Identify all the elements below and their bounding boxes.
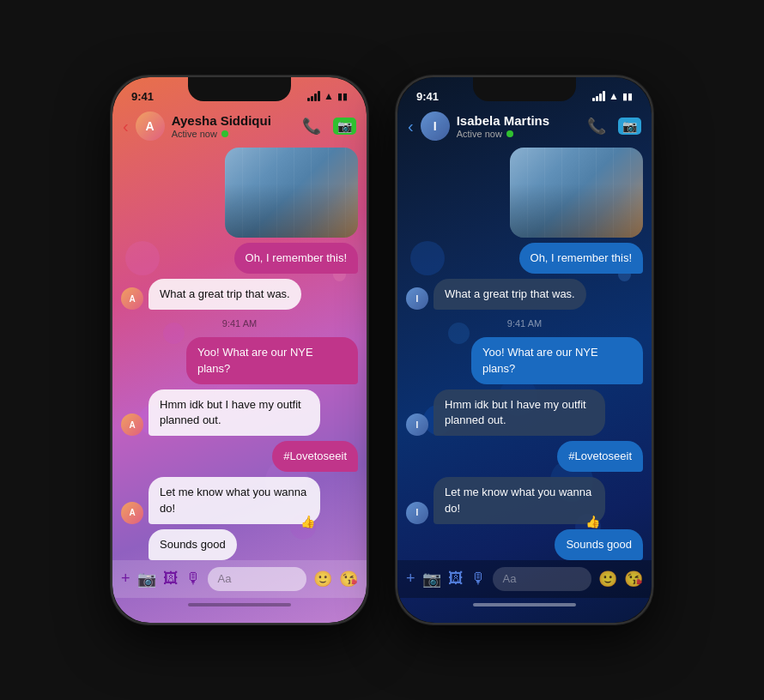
msg-avatar-light-4: A bbox=[121, 413, 143, 436]
input-bar-light: + 📷 🖼 🎙 Aa 🙂 😘 bbox=[112, 560, 367, 598]
plus-icon-dark[interactable]: + bbox=[406, 570, 415, 588]
msg-avatar-dark-4: I bbox=[406, 413, 428, 436]
chat-area-light: Oh, I remember this! A What a great trip… bbox=[112, 148, 367, 560]
contact-name-light: Ayesha Siddiqui bbox=[172, 113, 295, 129]
bubble-light-6: Let me know what you wanna do! 👍 bbox=[149, 477, 320, 523]
msg-avatar-dark-1: I bbox=[406, 287, 428, 310]
msg-row-light-6: A Let me know what you wanna do! 👍 bbox=[121, 477, 358, 523]
sticker-icon-light[interactable]: 😘 bbox=[339, 570, 358, 588]
battery-icon-light: ▮▮ bbox=[337, 91, 348, 102]
image-icon-dark[interactable]: 🖼 bbox=[448, 570, 464, 588]
msg-row-dark-6: I Let me know what you wanna do! 👍 bbox=[406, 477, 643, 523]
camera-icon-dark[interactable]: 📷 bbox=[422, 570, 441, 588]
image-icon-light[interactable]: 🖼 bbox=[163, 570, 179, 588]
photo-bubble-light[interactable] bbox=[225, 148, 358, 238]
back-button-dark[interactable]: ‹ bbox=[408, 118, 414, 135]
signal-icon-dark bbox=[592, 91, 605, 101]
header-avatar-light: A bbox=[136, 112, 165, 141]
emoji-icon-light[interactable]: 🙂 bbox=[313, 570, 332, 588]
msg-row-dark-1: I What a great trip that was. bbox=[406, 279, 643, 310]
bubble-light-5: #Lovetoseeit bbox=[272, 441, 358, 472]
msg-row-light-4: A Hmm idk but I have my outfit planned o… bbox=[121, 389, 358, 436]
notch-dark bbox=[473, 77, 576, 101]
reaction-light-6: 👍 bbox=[300, 514, 315, 531]
status-icons-dark: ▲ ▮▮ bbox=[592, 90, 633, 102]
mic-icon-light[interactable]: 🎙 bbox=[185, 570, 201, 588]
reaction-dark-6: 👍 bbox=[585, 514, 600, 531]
bubble-light-7: Sounds good bbox=[149, 529, 237, 560]
msg-row-dark-3: Yoo! What are our NYE plans? bbox=[406, 337, 643, 383]
timestamp-light: 9:41 AM bbox=[121, 315, 358, 332]
timestamp-dark: 9:41 AM bbox=[406, 315, 643, 332]
contact-status-dark: Active now bbox=[457, 129, 580, 139]
time-dark: 9:41 bbox=[416, 90, 439, 103]
status-icons-light: ▲ ▮▮ bbox=[307, 90, 348, 102]
bubble-light-4: Hmm idk but I have my outfit planned out… bbox=[149, 389, 320, 436]
msg-row-dark-5: #Lovetoseeit bbox=[406, 441, 643, 472]
chat-area-dark: Oh, I remember this! I What a great trip… bbox=[397, 148, 652, 560]
photo-row-dark bbox=[406, 148, 643, 238]
header-avatar-dark: I bbox=[421, 112, 450, 141]
msg-row-dark-0: Oh, I remember this! bbox=[406, 243, 643, 274]
time-light: 9:41 bbox=[131, 90, 154, 103]
plus-icon-light[interactable]: + bbox=[121, 570, 130, 588]
wifi-icon-light: ▲ bbox=[324, 90, 334, 102]
active-dot-light bbox=[221, 130, 228, 137]
photo-image-light bbox=[225, 148, 358, 238]
contact-name-dark: Isabela Martins bbox=[457, 113, 580, 129]
bubble-dark-1: What a great trip that was. bbox=[434, 279, 586, 310]
msg-row-dark-7: Sounds good bbox=[406, 529, 643, 560]
video-icon-dark[interactable]: 📷 bbox=[618, 118, 641, 135]
header-actions-light[interactable]: 📞 📷 bbox=[302, 117, 356, 136]
battery-icon-dark: ▮▮ bbox=[622, 91, 633, 102]
input-placeholder-light: Aa bbox=[218, 572, 232, 585]
bubble-light-3: Yoo! What are our NYE plans? bbox=[186, 337, 358, 383]
photo-image-dark bbox=[510, 148, 643, 238]
phone-light-inner: 9:41 ▲ ▮▮ ‹ A bbox=[112, 77, 367, 623]
call-icon-light[interactable]: 📞 bbox=[302, 117, 321, 136]
emoji-icon-dark[interactable]: 🙂 bbox=[598, 570, 617, 588]
text-input-dark[interactable]: Aa bbox=[493, 567, 591, 591]
msg-row-light-1: A What a great trip that was. bbox=[121, 279, 358, 310]
bubble-light-0: Oh, I remember this! bbox=[234, 243, 358, 274]
input-placeholder-dark: Aa bbox=[503, 572, 517, 585]
call-icon-dark[interactable]: 📞 bbox=[587, 117, 606, 136]
contact-status-light: Active now bbox=[172, 129, 295, 139]
back-button-light[interactable]: ‹ bbox=[123, 118, 129, 135]
notch-light bbox=[188, 77, 291, 101]
bubble-light-1: What a great trip that was. bbox=[149, 279, 301, 310]
camera-icon-light[interactable]: 📷 bbox=[137, 570, 156, 588]
video-icon-light[interactable]: 📷 bbox=[333, 118, 356, 135]
signal-icon-light bbox=[307, 91, 320, 101]
msg-row-light-3: Yoo! What are our NYE plans? bbox=[121, 337, 358, 383]
phone-dark: 9:41 ▲ ▮▮ ‹ I bbox=[396, 75, 653, 625]
msg-avatar-light-6: A bbox=[121, 502, 143, 524]
msg-row-light-0: Oh, I remember this! bbox=[121, 243, 358, 274]
bubble-dark-6: Let me know what you wanna do! 👍 bbox=[434, 477, 605, 523]
active-dot-dark bbox=[506, 130, 513, 137]
scene: 9:41 ▲ ▮▮ ‹ A bbox=[0, 0, 764, 700]
bubble-dark-0: Oh, I remember this! bbox=[519, 243, 643, 274]
header-info-light: Ayesha Siddiqui Active now bbox=[172, 113, 295, 139]
header-actions-dark[interactable]: 📞 📷 bbox=[587, 117, 641, 136]
bubble-dark-7: Sounds good bbox=[555, 529, 643, 560]
msg-row-light-5: #Lovetoseeit bbox=[121, 441, 358, 472]
msg-avatar-light-1: A bbox=[121, 287, 143, 310]
chat-header-dark: ‹ I Isabela Martins Active now 📞 📷 bbox=[397, 108, 652, 148]
photo-bubble-dark[interactable] bbox=[510, 148, 643, 238]
header-info-dark: Isabela Martins Active now bbox=[457, 113, 580, 139]
photo-row-light bbox=[121, 148, 358, 238]
text-input-light[interactable]: Aa bbox=[208, 567, 306, 591]
msg-avatar-dark-6: I bbox=[406, 502, 428, 524]
msg-row-dark-4: I Hmm idk but I have my outfit planned o… bbox=[406, 389, 643, 436]
home-indicator-dark bbox=[473, 603, 576, 606]
bubble-dark-3: Yoo! What are our NYE plans? bbox=[471, 337, 643, 383]
msg-row-light-7: A Sounds good bbox=[121, 529, 358, 560]
bubble-dark-4: Hmm idk but I have my outfit planned out… bbox=[434, 389, 605, 436]
mic-icon-dark[interactable]: 🎙 bbox=[470, 570, 486, 588]
bubble-dark-5: #Lovetoseeit bbox=[557, 441, 643, 472]
home-indicator-light bbox=[188, 603, 291, 606]
chat-header-light: ‹ A Ayesha Siddiqui Active now 📞 📷 bbox=[112, 108, 367, 148]
sticker-icon-dark[interactable]: 😘 bbox=[624, 570, 643, 588]
input-bar-dark: + 📷 🖼 🎙 Aa 🙂 😘 bbox=[397, 560, 652, 598]
